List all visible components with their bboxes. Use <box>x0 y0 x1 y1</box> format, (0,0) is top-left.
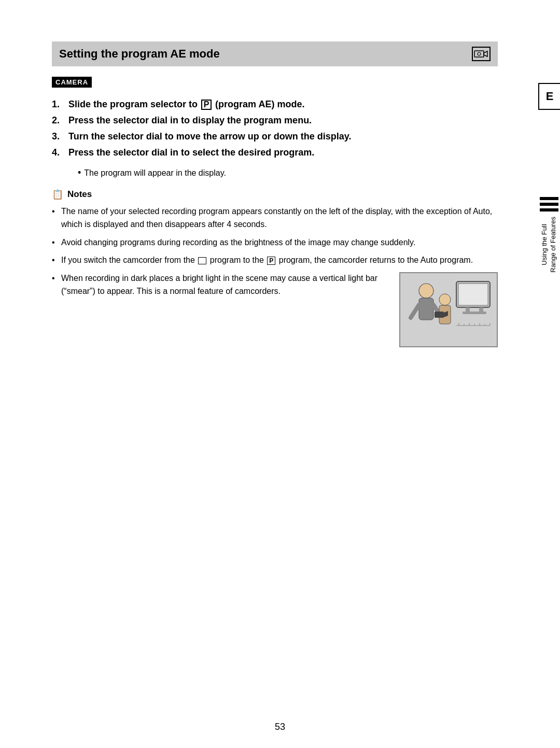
notes-header: 📋 Notes <box>52 189 498 200</box>
step-1-text: Slide the program selector to P (program… <box>68 99 304 110</box>
sidebar-vertical-text: Using the Full Range of Features <box>540 217 558 273</box>
note-text-3: If you switch the camcorder from the pro… <box>61 256 473 264</box>
step-4-subbullet: • The program will appear in the display… <box>78 167 498 178</box>
svg-rect-9 <box>419 298 433 320</box>
step-1: 1. Slide the program selector to P (prog… <box>52 99 498 110</box>
step-4-subbullet-text: The program will appear in the display. <box>84 168 226 178</box>
step-1-num: 1. <box>52 99 68 110</box>
p-symbol-2: P <box>267 257 275 265</box>
sidebar-decoration <box>540 197 558 211</box>
sidebar-text-line1: Using the Full <box>540 224 548 265</box>
step-2: 2. Press the selector dial in to display… <box>52 115 498 126</box>
step-3: 3. Turn the selector dial to move the ar… <box>52 131 498 142</box>
sidebar-line-1 <box>540 197 558 200</box>
step-4-num: 4. <box>52 147 68 158</box>
svg-point-8 <box>419 284 433 298</box>
header-bar: Setting the program AE mode <box>52 41 498 66</box>
step-3-num: 3. <box>52 131 68 142</box>
steps-list: 1. Slide the program selector to P (prog… <box>52 99 498 158</box>
svg-rect-0 <box>474 51 484 57</box>
note-item-3: If you switch the camcorder from the pro… <box>52 254 498 267</box>
note-item-1: The name of your selected recording prog… <box>52 205 498 231</box>
svg-point-2 <box>478 52 481 55</box>
page-title: Setting the program AE mode <box>59 47 220 61</box>
step-3-text: Turn the selector dial to move the arrow… <box>68 131 351 142</box>
svg-rect-14 <box>435 312 444 318</box>
notes-section: 📋 Notes The name of your selected record… <box>52 189 498 347</box>
svg-rect-4 <box>458 284 488 305</box>
svg-rect-5 <box>466 307 470 312</box>
sidebar-line-3 <box>540 208 558 211</box>
step-2-num: 2. <box>52 115 68 126</box>
note-item-2: Avoid changing programs during recording… <box>52 236 498 249</box>
note-text-1: The name of your selected recording prog… <box>61 207 492 229</box>
tab-e-label: E <box>546 90 554 103</box>
bottom-note-text: When recording in dark places a bright l… <box>52 272 384 303</box>
illustration-svg <box>404 276 493 344</box>
step-4: 4. Press the selector dial in to select … <box>52 147 498 158</box>
svg-rect-7 <box>463 312 486 314</box>
page-content: Setting the program AE mode CAMERA 1. Sl… <box>52 41 498 707</box>
sidebar-text-line2: Range of Features <box>549 217 557 273</box>
note-text-2: Avoid changing programs during recording… <box>61 238 415 247</box>
svg-rect-6 <box>479 307 483 312</box>
bullet-dot: • <box>78 167 81 178</box>
camcorder-icon-box <box>472 47 491 61</box>
bottom-area: When recording in dark places a bright l… <box>52 272 498 347</box>
note-text-4: When recording in dark places a bright l… <box>61 274 377 295</box>
page-number: 53 <box>275 722 285 732</box>
step-4-text: Press the selector dial in to select the… <box>68 147 314 158</box>
camera-badge: CAMERA <box>52 77 92 88</box>
last-note-list: When recording in dark places a bright l… <box>52 272 384 298</box>
sidebar-line-2 <box>540 203 558 206</box>
right-sidebar: Using the Full Range of Features <box>538 197 560 273</box>
step-2-text: Press the selector dial in to display th… <box>68 115 312 126</box>
square-symbol <box>198 257 206 264</box>
tab-e: E <box>538 83 560 110</box>
notes-label: Notes <box>67 189 92 200</box>
svg-line-10 <box>411 305 419 318</box>
camcorder-icon <box>474 49 488 59</box>
svg-point-12 <box>439 294 451 305</box>
notes-icon: 📋 <box>52 189 63 200</box>
notes-list: The name of your selected recording prog… <box>52 205 498 267</box>
p-symbol: P <box>201 100 212 110</box>
illustration-box <box>399 272 498 347</box>
note-item-4: When recording in dark places a bright l… <box>52 272 384 298</box>
svg-marker-1 <box>484 51 487 57</box>
